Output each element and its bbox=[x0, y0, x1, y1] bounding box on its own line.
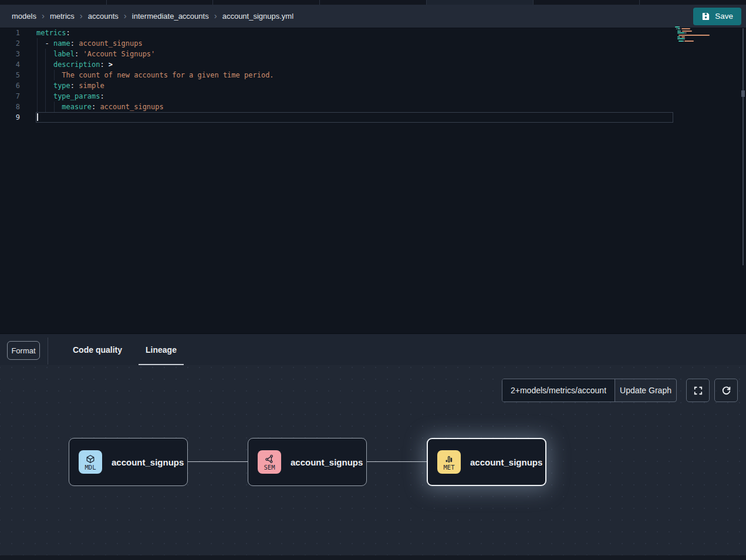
code-line[interactable]: 5 The count of new accounts for a given … bbox=[0, 70, 746, 80]
lineage-canvas[interactable]: Update Graph bbox=[0, 365, 746, 560]
breadcrumb-item[interactable]: accounts bbox=[88, 12, 119, 21]
code-text: measure: account_signups bbox=[36, 102, 164, 112]
code-line[interactable]: 8 measure: account_signups bbox=[0, 102, 746, 112]
save-button-label: Save bbox=[715, 12, 733, 21]
node-badge-label: MET bbox=[444, 464, 455, 471]
code-line[interactable]: 3 label: 'Account Signups' bbox=[0, 49, 746, 59]
line-number: 9 bbox=[0, 112, 20, 123]
node-title: account_signups bbox=[470, 457, 542, 467]
code-text: type: simple bbox=[36, 80, 104, 91]
top-tab[interactable] bbox=[320, 0, 427, 5]
top-tab[interactable] bbox=[427, 0, 534, 5]
chevron-right-icon: › bbox=[124, 11, 127, 20]
update-graph-button[interactable]: Update Graph bbox=[615, 379, 676, 402]
fullscreen-button[interactable] bbox=[686, 379, 710, 402]
lineage-node-sem[interactable]: SEMaccount_signups bbox=[248, 438, 367, 486]
line-number: 5 bbox=[0, 70, 20, 80]
node-badge: MDL bbox=[79, 450, 102, 474]
fullscreen-icon bbox=[693, 386, 703, 396]
selector-group: Update Graph bbox=[502, 379, 677, 402]
node-title: account_signups bbox=[112, 457, 184, 467]
code-line[interactable]: 4 description: > bbox=[0, 59, 746, 70]
code-line[interactable]: 1metrics: bbox=[0, 28, 746, 38]
lineage-controls: Update Graph bbox=[502, 379, 738, 402]
code-editor[interactable]: 1metrics:2 - name: account_signups3 labe… bbox=[0, 28, 746, 333]
code-line[interactable]: 9 bbox=[0, 112, 746, 123]
save-button[interactable]: Save bbox=[693, 8, 741, 25]
top-tab[interactable] bbox=[107, 0, 214, 5]
text-cursor bbox=[37, 113, 38, 121]
editor-lines: 1metrics:2 - name: account_signups3 labe… bbox=[0, 28, 746, 123]
code-text: - name: account_signups bbox=[36, 38, 143, 49]
node-badge-label: MDL bbox=[85, 464, 96, 471]
line-number: 6 bbox=[0, 80, 20, 91]
code-text: metrics: bbox=[36, 28, 70, 38]
bottom-panel: Format Code qualityLineage Update Graph bbox=[0, 334, 746, 560]
chevron-right-icon: › bbox=[214, 11, 217, 20]
cube-icon bbox=[86, 453, 95, 464]
line-number: 1 bbox=[0, 28, 20, 38]
format-button[interactable]: Format bbox=[7, 341, 40, 360]
top-tab-strip bbox=[0, 0, 746, 5]
code-text: The count of new accounts for a given ti… bbox=[36, 70, 274, 80]
bar-chart-icon bbox=[444, 453, 454, 464]
active-line-border bbox=[36, 112, 673, 123]
lineage-node-met[interactable]: METaccount_signups bbox=[427, 438, 546, 486]
tab-code-quality[interactable]: Code quality bbox=[61, 334, 134, 365]
canvas-bottom-strip bbox=[0, 555, 746, 560]
tab-bar-divider bbox=[48, 338, 48, 365]
node-badge-label: SEM bbox=[264, 464, 275, 471]
code-line[interactable]: 6 type: simple bbox=[0, 80, 746, 91]
minimap[interactable] bbox=[675, 26, 713, 48]
breadcrumb-item[interactable]: intermediate_accounts bbox=[132, 12, 209, 21]
save-icon bbox=[701, 12, 710, 21]
code-line[interactable]: 7 type_params: bbox=[0, 91, 746, 102]
top-tab[interactable] bbox=[640, 0, 746, 5]
line-number: 8 bbox=[0, 102, 20, 112]
breadcrumb-item[interactable]: models bbox=[12, 12, 36, 21]
chevron-right-icon: › bbox=[42, 11, 45, 20]
top-tab[interactable] bbox=[213, 0, 320, 5]
breadcrumb-item[interactable]: account_signups.yml bbox=[222, 12, 293, 21]
line-number: 2 bbox=[0, 38, 20, 49]
editor-scrollbar[interactable] bbox=[742, 28, 744, 265]
panel-tab-bar: Format Code qualityLineage bbox=[0, 334, 746, 365]
code-text: label: 'Account Signups' bbox=[36, 49, 155, 59]
scrollbar-notch[interactable] bbox=[741, 90, 745, 97]
node-badge: SEM bbox=[258, 450, 281, 474]
code-text: type_params: bbox=[36, 91, 104, 102]
tab-lineage[interactable]: Lineage bbox=[134, 334, 188, 365]
panel-tabs: Code qualityLineage bbox=[61, 334, 188, 365]
breadcrumb: models›metrics›accounts›intermediate_acc… bbox=[12, 12, 293, 21]
node-badge: MET bbox=[437, 450, 461, 474]
line-number: 4 bbox=[0, 59, 20, 70]
breadcrumb-item[interactable]: metrics bbox=[50, 12, 75, 21]
chevron-right-icon: › bbox=[80, 11, 83, 20]
node-title: account_signups bbox=[291, 457, 363, 467]
network-icon bbox=[265, 453, 274, 464]
lineage-node-mdl[interactable]: MDLaccount_signups bbox=[69, 438, 188, 486]
lineage-edge bbox=[188, 461, 248, 463]
top-tab[interactable] bbox=[534, 0, 640, 5]
code-line[interactable]: 2 - name: account_signups bbox=[0, 38, 746, 49]
top-tab[interactable] bbox=[0, 0, 107, 5]
refresh-button[interactable] bbox=[714, 379, 738, 402]
lineage-selector-input[interactable] bbox=[502, 379, 615, 402]
line-number: 7 bbox=[0, 91, 20, 102]
lineage-edge bbox=[367, 461, 427, 463]
breadcrumb-bar: models›metrics›accounts›intermediate_acc… bbox=[0, 5, 746, 28]
line-number: 3 bbox=[0, 49, 20, 59]
code-text: description: > bbox=[36, 59, 113, 70]
refresh-icon bbox=[721, 386, 731, 396]
